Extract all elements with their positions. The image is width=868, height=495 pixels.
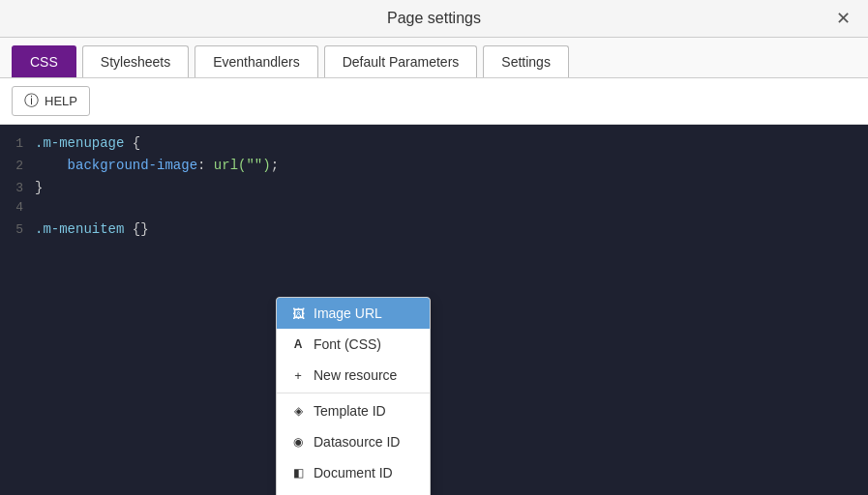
toolbar: ⓘ HELP [0, 78, 868, 125]
menu-item-font-css[interactable]: A Font (CSS) [277, 329, 430, 360]
menu-item-image-url[interactable]: 🖼 Image URL [277, 298, 430, 329]
menu-item-datasource-id[interactable]: ◉ Datasource ID [277, 426, 430, 457]
document-id-icon: ◧ [290, 466, 306, 480]
close-icon: ✕ [836, 8, 851, 29]
modal-container: Page settings ✕ CSS Stylesheets Eventhan… [0, 0, 868, 495]
menu-item-new-resource[interactable]: + New resource [277, 360, 430, 391]
tab-settings[interactable]: Settings [483, 45, 569, 77]
font-css-icon: A [290, 337, 306, 351]
help-circle-icon: ⓘ [24, 92, 39, 110]
new-resource-icon: + [290, 368, 306, 383]
code-line-5: 5 .m-menuitem {} [0, 218, 868, 241]
code-line-4: 4 [0, 198, 868, 218]
template-id-icon: ◈ [290, 404, 306, 418]
menu-item-template-id[interactable]: ◈ Template ID [277, 395, 430, 426]
code-editor[interactable]: 1 .m-menupage { 2 background-image: url(… [0, 125, 868, 248]
code-line-3: 3 } [0, 177, 868, 199]
menu-item-menupage-id[interactable]: ▣ Menupage ID [277, 488, 430, 495]
code-editor-area[interactable]: 1 .m-menupage { 2 background-image: url(… [0, 125, 868, 495]
modal-header: Page settings ✕ [0, 0, 868, 38]
tab-css[interactable]: CSS [12, 45, 76, 77]
close-button[interactable]: ✕ [829, 5, 856, 32]
menu-divider [277, 393, 430, 393]
tab-bar: CSS Stylesheets Eventhandlers Default Pa… [0, 38, 868, 78]
tab-eventhandlers[interactable]: Eventhandlers [195, 45, 318, 77]
tab-default-parameters[interactable]: Default Parameters [324, 45, 478, 77]
context-menu: 🖼 Image URL A Font (CSS) + New resource … [276, 297, 431, 495]
image-url-icon: 🖼 [290, 306, 306, 321]
code-line-2: 2 background-image: url(""); [0, 155, 868, 177]
datasource-id-icon: ◉ [290, 435, 306, 449]
modal-title: Page settings [387, 10, 481, 27]
help-button[interactable]: ⓘ HELP [12, 86, 90, 116]
tab-stylesheets[interactable]: Stylesheets [82, 45, 189, 77]
menu-item-document-id[interactable]: ◧ Document ID [277, 457, 430, 488]
code-line-1: 1 .m-menupage { [0, 132, 868, 155]
